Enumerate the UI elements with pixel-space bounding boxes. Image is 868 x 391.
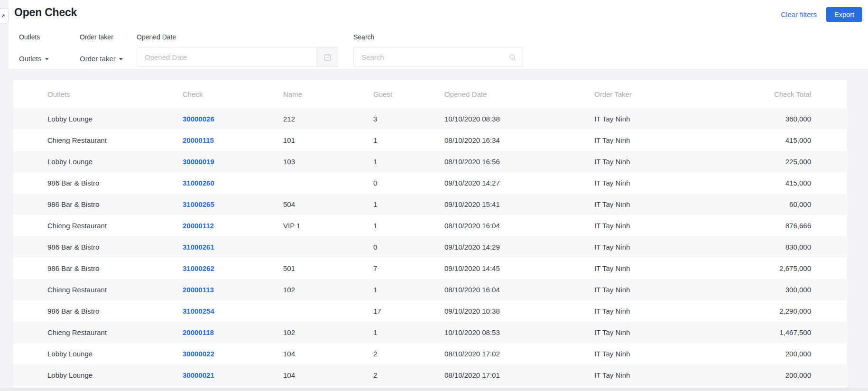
- cell-opened-date: 09/10/2020 10:38: [444, 300, 594, 322]
- check-number-link[interactable]: 20000112: [183, 222, 214, 230]
- cell-order-taker: IT Tay Ninh: [594, 151, 689, 172]
- cell-check-total: 200,000: [689, 364, 847, 386]
- cell-guest: 2: [373, 343, 444, 364]
- cell-opened-date: 08/10/2020 17:02: [444, 343, 594, 364]
- opened-date-input-wrap: [137, 47, 338, 67]
- cell-guest: 1: [373, 279, 444, 300]
- filter-outlets: Outlets Outlets: [19, 33, 49, 68]
- cell-check: 30000026: [183, 108, 283, 130]
- opened-date-calendar-button[interactable]: [316, 47, 338, 66]
- check-number-link[interactable]: 20000118: [183, 328, 214, 336]
- cell-name: [283, 236, 373, 258]
- chevron-down-icon: [119, 58, 123, 60]
- table-row: Lobby Lounge 30000022 104 2 08/10/2020 1…: [13, 343, 847, 364]
- cell-check-total: 415,000: [689, 172, 847, 194]
- table-row: Chieng Restaurant 20000118 102 1 10/10/2…: [13, 322, 847, 343]
- table-row: 986 Bar & Bistro 31000262 501 7 09/10/20…: [13, 258, 847, 279]
- cell-outlet: 986 Bar & Bistro: [13, 194, 183, 215]
- filter-opened-date: Opened Date: [137, 33, 338, 67]
- check-number-link[interactable]: 31000254: [183, 307, 214, 315]
- horizontal-scrollbar-track[interactable]: [0, 388, 868, 391]
- check-number-link[interactable]: 30000019: [183, 158, 214, 166]
- check-number-link[interactable]: 30000026: [183, 115, 214, 123]
- cell-check: 20000113: [183, 279, 283, 300]
- cell-check-total: 1,467,500: [689, 322, 847, 343]
- cell-check-total: 2,675,000: [689, 258, 847, 279]
- filter-order-taker: Order taker Order taker: [80, 33, 123, 68]
- search-input[interactable]: [354, 47, 523, 66]
- cell-outlet: 986 Bar & Bistro: [13, 258, 183, 279]
- outlets-filter-label: Outlets: [19, 33, 49, 41]
- check-number-link[interactable]: 31000260: [183, 179, 214, 187]
- cell-opened-date: 08/10/2020 16:34: [444, 130, 594, 151]
- search-input-wrap: [353, 47, 523, 67]
- column-header-opened-date: Opened Date: [444, 80, 594, 108]
- cell-guest: 0: [373, 236, 444, 258]
- cell-check: 31000260: [183, 172, 283, 194]
- cell-opened-date: 09/10/2020 15:41: [444, 194, 594, 215]
- open-check-table-card: Outlets Check Name Guest Opened Date Ord…: [13, 80, 847, 388]
- table-row: Chieng Restaurant 20000113 102 1 08/10/2…: [13, 279, 847, 300]
- check-number-link[interactable]: 30000021: [183, 371, 214, 379]
- cell-name: [283, 172, 373, 194]
- filter-search: Search: [353, 33, 523, 67]
- open-check-table: Outlets Check Name Guest Opened Date Ord…: [13, 80, 847, 386]
- cell-order-taker: IT Tay Ninh: [594, 258, 689, 279]
- cell-name: 102: [283, 279, 373, 300]
- table-row: Chieng Restaurant 20000115 101 1 08/10/2…: [13, 130, 847, 151]
- cell-order-taker: IT Tay Ninh: [594, 236, 689, 258]
- cell-guest: 17: [373, 300, 444, 322]
- chevron-down-icon: [45, 58, 49, 60]
- table-row: Lobby Lounge 30000019 103 1 08/10/2020 1…: [13, 151, 847, 172]
- order-taker-filter-label: Order taker: [80, 33, 123, 41]
- check-number-link[interactable]: 20000113: [183, 286, 214, 294]
- order-taker-dropdown[interactable]: Order taker: [80, 48, 123, 68]
- cell-outlet: Lobby Lounge: [13, 108, 183, 130]
- column-header-outlets: Outlets: [13, 80, 183, 108]
- check-number-link[interactable]: 31000261: [183, 243, 214, 251]
- cell-check: 20000112: [183, 215, 283, 236]
- cell-check: 30000021: [183, 364, 283, 386]
- cell-guest: 0: [373, 172, 444, 194]
- cell-check-total: 300,000: [689, 279, 847, 300]
- cell-order-taker: IT Tay Ninh: [594, 343, 689, 364]
- check-number-link[interactable]: 30000022: [183, 350, 214, 358]
- cell-opened-date: 10/10/2020 08:53: [444, 322, 594, 343]
- column-header-check: Check: [183, 80, 283, 108]
- cell-check-total: 2,290,000: [689, 300, 847, 322]
- cell-order-taker: IT Tay Ninh: [594, 194, 689, 215]
- outlets-dropdown[interactable]: Outlets: [19, 48, 49, 68]
- cell-guest: 1: [373, 215, 444, 236]
- cell-guest: 7: [373, 258, 444, 279]
- export-button[interactable]: Export: [826, 7, 862, 22]
- cell-outlet: Lobby Lounge: [13, 364, 183, 386]
- cell-name: 104: [283, 364, 373, 386]
- search-icon: [509, 54, 517, 61]
- clear-filters-link[interactable]: Clear filters: [781, 10, 817, 19]
- cell-opened-date: 10/10/2020 08:38: [444, 108, 594, 130]
- check-number-link[interactable]: 20000115: [183, 136, 214, 144]
- order-taker-dropdown-value: Order taker: [80, 55, 116, 63]
- outlets-dropdown-value: Outlets: [19, 55, 42, 63]
- cell-name: 504: [283, 194, 373, 215]
- table-row: 986 Bar & Bistro 31000261 0 09/10/2020 1…: [13, 236, 847, 258]
- cell-opened-date: 08/10/2020 16:04: [444, 279, 594, 300]
- cell-check: 31000261: [183, 236, 283, 258]
- cell-order-taker: IT Tay Ninh: [594, 279, 689, 300]
- expand-panel-button[interactable]: [0, 8, 9, 23]
- check-number-link[interactable]: 31000262: [183, 264, 214, 272]
- cell-name: 212: [283, 108, 373, 130]
- opened-date-input[interactable]: [137, 47, 316, 66]
- cell-outlet: 986 Bar & Bistro: [13, 236, 183, 258]
- cell-order-taker: IT Tay Ninh: [594, 364, 689, 386]
- cell-check-total: 830,000: [689, 236, 847, 258]
- cell-check-total: 60,000: [689, 194, 847, 215]
- table-row: Lobby Lounge 30000021 104 2 08/10/2020 1…: [13, 364, 847, 386]
- cell-check: 20000118: [183, 322, 283, 343]
- cell-outlet: 986 Bar & Bistro: [13, 300, 183, 322]
- cell-guest: 1: [373, 151, 444, 172]
- check-number-link[interactable]: 31000265: [183, 200, 214, 208]
- cell-guest: 1: [373, 130, 444, 151]
- external-link-icon: [0, 13, 6, 19]
- cell-name: [283, 300, 373, 322]
